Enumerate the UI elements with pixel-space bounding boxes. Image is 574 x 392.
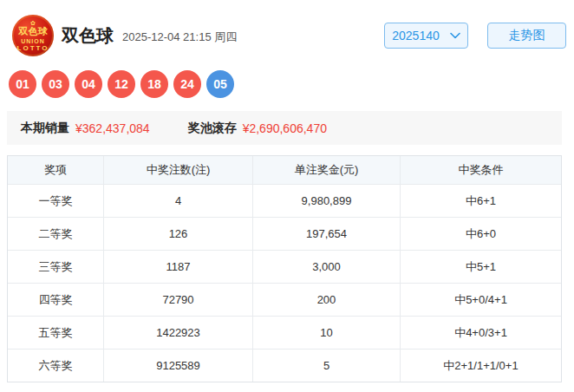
prize-cell: 六等奖 — [8, 349, 103, 382]
condition-cell: 中6+1 — [400, 184, 561, 217]
prize-cell: 五等奖 — [8, 316, 103, 349]
logo-line-cn: 双色球 — [19, 27, 48, 36]
union-lotto-logo: ✿ 双色球 UNION LOTTO — [12, 15, 54, 56]
condition-cell: 中4+0/3+1 — [400, 316, 561, 349]
col-header-count: 中奖注数(注) — [103, 156, 252, 184]
count-cell: 1422923 — [103, 316, 252, 349]
chevron-down-icon — [450, 32, 460, 39]
red-ball: 12 — [108, 70, 135, 98]
table-row: 一等奖 4 9,980,899 中6+1 — [8, 184, 561, 217]
jackpot-label: 奖池滚存 — [188, 121, 237, 136]
table-row: 六等奖 9125589 5 中2+1/1+1/0+1 — [8, 349, 561, 382]
winning-numbers: 01 03 04 12 18 24 05 — [0, 57, 574, 98]
amount-cell: 10 — [252, 316, 400, 349]
draw-datetime: 2025-12-04 21:15 周四 — [122, 29, 237, 45]
jackpot-value: ¥2,690,606,470 — [243, 121, 327, 135]
count-cell: 1187 — [103, 250, 252, 283]
count-cell: 126 — [103, 217, 252, 250]
blue-ball: 05 — [206, 70, 234, 98]
count-cell: 72790 — [103, 283, 252, 316]
logo-line-lotto: LOTTO — [17, 45, 49, 52]
logo-line-union: UNION — [21, 38, 45, 44]
amount-cell: 200 — [252, 283, 400, 316]
prize-cell: 一等奖 — [8, 184, 103, 217]
sales-summary-bar: 本期销量 ¥362,437,084 奖池滚存 ¥2,690,606,470 — [7, 111, 562, 145]
amount-cell: 5 — [252, 349, 400, 382]
sales-value: ¥362,437,084 — [75, 121, 150, 135]
table-header-row: 奖项 中奖注数(注) 单注奖金(元) 中奖条件 — [8, 156, 561, 184]
trend-chart-button[interactable]: 走势图 — [487, 23, 566, 49]
chinese-knot-icon: ✿ — [30, 20, 36, 26]
table-row: 四等奖 72790 200 中5+0/4+1 — [8, 283, 561, 316]
prize-cell: 三等奖 — [8, 250, 103, 283]
sales-label: 本期销量 — [21, 121, 69, 136]
page-title: 双色球 — [62, 24, 114, 48]
table-row: 二等奖 126 197,654 中6+0 — [8, 217, 561, 250]
red-ball: 18 — [140, 70, 168, 98]
amount-cell: 197,654 — [252, 217, 400, 250]
condition-cell: 中5+1 — [400, 250, 561, 283]
condition-cell: 中5+0/4+1 — [400, 283, 561, 316]
table-row: 三等奖 1187 3,000 中5+1 — [8, 250, 561, 283]
condition-cell: 中6+0 — [400, 217, 561, 250]
header-actions: 2025140 走势图 — [384, 23, 566, 49]
prize-table: 奖项 中奖注数(注) 单注奖金(元) 中奖条件 一等奖 4 9,980,899 … — [7, 155, 562, 382]
issue-select-value: 2025140 — [392, 29, 440, 42]
header: ✿ 双色球 UNION LOTTO 双色球 2025-12-04 21:15 周… — [0, 0, 574, 57]
red-ball: 04 — [75, 70, 102, 98]
count-cell: 4 — [103, 184, 252, 217]
prize-cell: 二等奖 — [8, 217, 103, 250]
amount-cell: 9,980,899 — [252, 184, 400, 217]
col-header-prize: 奖项 — [8, 156, 103, 184]
amount-cell: 3,000 — [252, 250, 400, 283]
red-ball: 03 — [42, 70, 69, 98]
col-header-condition: 中奖条件 — [400, 156, 561, 184]
lottery-results-page: ✿ 双色球 UNION LOTTO 双色球 2025-12-04 21:15 周… — [0, 0, 574, 392]
prize-cell: 四等奖 — [8, 283, 103, 316]
red-ball: 24 — [173, 70, 201, 98]
col-header-amount: 单注奖金(元) — [252, 156, 400, 184]
table-row: 五等奖 1422923 10 中4+0/3+1 — [8, 316, 561, 349]
count-cell: 9125589 — [103, 349, 252, 382]
condition-cell: 中2+1/1+1/0+1 — [400, 349, 561, 382]
issue-select[interactable]: 2025140 — [384, 23, 468, 49]
red-ball: 01 — [9, 70, 36, 98]
